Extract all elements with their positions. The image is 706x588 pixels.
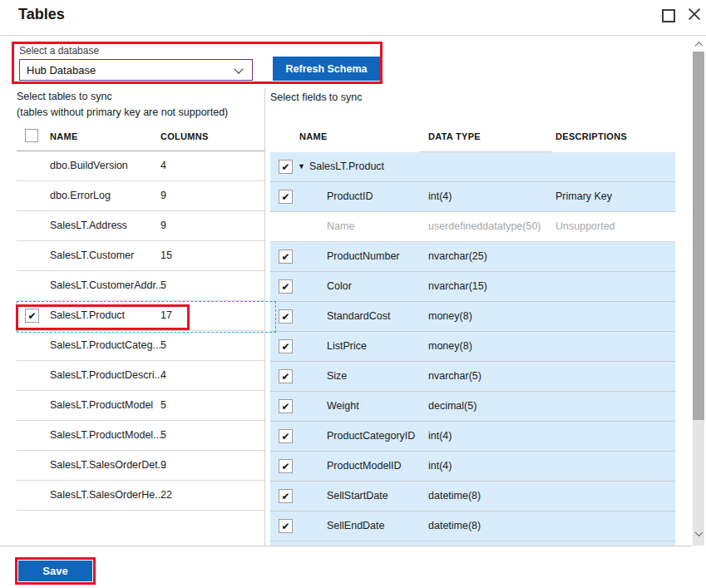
table-columns-count: 9 (160, 190, 166, 201)
field-datatype: int(4) (428, 430, 452, 442)
table-row[interactable]: SalesLT.ProductModel5 (17, 391, 264, 421)
table-name: SalesLT.ProductModel... (50, 429, 162, 441)
field-datatype: money(8) (428, 340, 472, 352)
table-row[interactable]: SalesLT.ProductDescri...4 (17, 361, 264, 391)
checkbox-slot: ✔ (279, 279, 293, 294)
field-datatype: money(8) (428, 310, 472, 322)
field-row[interactable]: ✔Weightdecimal(5) (270, 392, 675, 422)
field-row[interactable]: Nameuserdefineddatatype(50)Unsupported (270, 212, 675, 242)
field-row[interactable]: ✔Colornvarchar(15) (270, 272, 675, 302)
tables-table-header: NAME COLUMNS (17, 122, 264, 151)
field-datatype: nvarchar(5) (428, 370, 481, 382)
select-all-checkbox[interactable] (25, 129, 38, 142)
field-row[interactable]: ✔ProductCategoryIDint(4) (270, 422, 675, 452)
scrollbar-thumb[interactable] (693, 52, 704, 420)
table-row[interactable]: dbo.BuildVersion4 (17, 151, 264, 181)
checkbox-slot: ✔ (279, 519, 293, 533)
table-row[interactable]: SalesLT.ProductCateg...5 (17, 331, 264, 361)
table-columns-count: 9 (160, 220, 166, 231)
table-row[interactable]: SalesLT.Address9 (17, 211, 264, 241)
scroll-up-icon[interactable] (693, 37, 704, 51)
checkbox-checked-icon[interactable]: ✔ (25, 309, 39, 323)
field-row[interactable]: ✔ProductModelIDint(4) (270, 452, 675, 482)
checkbox-checked-icon[interactable]: ✔ (279, 250, 293, 264)
save-button[interactable]: Save (18, 561, 92, 581)
field-row[interactable]: ✔SellStartDatedatetime(8) (270, 482, 675, 511)
field-row[interactable]: ✔StandardCostmoney(8) (270, 302, 675, 332)
table-name: SalesLT.Address (50, 220, 127, 231)
field-datatype: userdefineddatatype(50) (428, 220, 541, 232)
table-row[interactable]: SalesLT.Customer15 (17, 241, 264, 271)
field-row[interactable]: ✔ListPricemoney(8) (270, 332, 675, 362)
header-divider (0, 35, 706, 36)
content-bottom-divider (0, 546, 692, 546)
field-row[interactable]: ✔▼SalesLT.Product (270, 152, 675, 182)
table-name: SalesLT.ProductCateg... (50, 339, 161, 351)
database-dropdown[interactable]: Hub Database (19, 59, 253, 81)
field-row[interactable]: ✔Sizenvarchar(5) (270, 362, 675, 392)
field-name: ProductNumber (327, 250, 400, 262)
checkbox-checked-icon[interactable]: ✔ (279, 190, 293, 204)
field-name: ListPrice (327, 340, 367, 352)
fields-table: NAME DATA TYPE DESCRIPTIONS ✔▼SalesLT.Pr… (270, 122, 675, 546)
table-columns-count: 5 (160, 429, 166, 441)
checkbox-checked-icon[interactable]: ✔ (279, 429, 293, 443)
tables-panel-heading: Select tables to sync (tables without pr… (17, 89, 228, 121)
checkbox-slot: ✔ (279, 250, 293, 264)
table-name: SalesLT.CustomerAddr... (50, 279, 164, 291)
table-name: SalesLT.SalesOrderDet... (50, 459, 166, 471)
table-name: dbo.BuildVersion (50, 160, 128, 171)
checkbox-slot: ✔ (279, 429, 293, 443)
checkbox-checked-icon[interactable]: ✔ (279, 160, 293, 174)
table-name: SalesLT.ProductModel (50, 399, 153, 411)
checkbox-checked-icon[interactable]: ✔ (279, 489, 293, 503)
checkbox-checked-icon[interactable]: ✔ (279, 459, 293, 473)
field-name: StandardCost (327, 310, 390, 322)
checkbox-checked-icon[interactable]: ✔ (279, 399, 293, 413)
table-row[interactable]: SalesLT.CustomerAddr...5 (17, 271, 264, 301)
scroll-down-icon[interactable] (693, 526, 704, 540)
field-name: SellStartDate (327, 490, 388, 502)
page-title: Tables (18, 6, 65, 23)
table-columns-count: 22 (160, 489, 172, 501)
scrollbar[interactable] (693, 37, 704, 546)
checkbox-slot: ✔ (279, 160, 293, 174)
checkbox-slot: ✔ (279, 190, 293, 204)
field-row[interactable]: ✔SellEndDatedatetime(8) (270, 511, 675, 541)
table-row[interactable]: dbo.ErrorLog9 (17, 181, 264, 211)
table-row[interactable]: SalesLT.SalesOrderDet...9 (17, 451, 264, 481)
checkbox-checked-icon[interactable]: ✔ (279, 309, 293, 324)
close-icon[interactable] (688, 7, 701, 21)
checkbox-slot: ✔ (279, 399, 293, 413)
field-datatype: nvarchar(15) (428, 280, 487, 292)
checkbox-checked-icon[interactable]: ✔ (279, 279, 293, 294)
table-row[interactable]: SalesLT.SalesOrderHe...22 (17, 481, 264, 511)
table-name: SalesLT.SalesOrderHe... (50, 489, 164, 501)
field-datatype: datetime(8) (428, 490, 481, 502)
field-row[interactable]: ✔ProductNumbernvarchar(25) (270, 242, 675, 272)
fields-table-header: NAME DATA TYPE DESCRIPTIONS (270, 122, 675, 152)
chevron-down-icon (234, 64, 243, 73)
field-description: Unsupported (555, 220, 615, 232)
field-row[interactable]: ✔ProductIDint(4)Primary Key (270, 182, 675, 212)
checkbox-checked-icon[interactable]: ✔ (279, 369, 293, 383)
maximize-icon[interactable] (662, 9, 675, 22)
field-description: Primary Key (555, 190, 612, 202)
field-datatype: decimal(5) (428, 400, 476, 412)
table-row[interactable]: SalesLT.ProductModel...5 (17, 421, 264, 451)
tables-heading-line2: (tables without primary key are not supp… (17, 105, 228, 121)
table-columns-count: 9 (160, 459, 166, 471)
table-columns-count: 5 (160, 279, 166, 291)
checkbox-slot: ✔ (279, 309, 293, 324)
collapse-caret-icon[interactable]: ▼ (298, 162, 305, 170)
panel-divider (264, 88, 265, 546)
refresh-schema-button[interactable]: Refresh Schema (273, 57, 380, 81)
table-columns-count: 17 (160, 309, 172, 321)
checkbox-checked-icon[interactable]: ✔ (279, 339, 293, 353)
field-name: ProductID (327, 190, 373, 202)
tables-heading-line1: Select tables to sync (17, 89, 228, 105)
field-name: Name (327, 220, 354, 232)
table-row[interactable]: ✔SalesLT.Product17 (17, 301, 264, 331)
checkbox-checked-icon[interactable]: ✔ (279, 519, 293, 533)
checkbox-slot: ✔ (279, 339, 293, 353)
